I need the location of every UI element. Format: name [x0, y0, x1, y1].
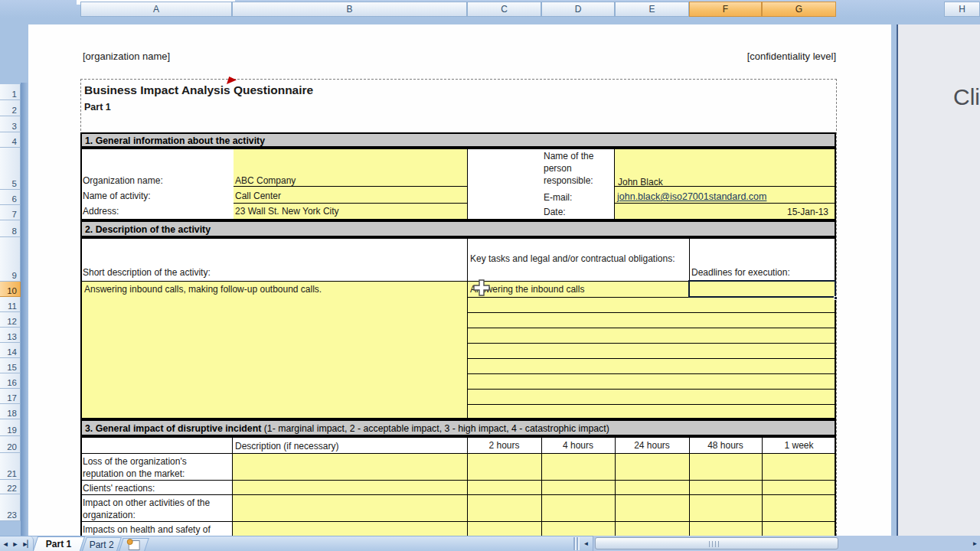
row-header-15[interactable]: 15	[0, 358, 21, 373]
form-subtitle[interactable]: Part 1	[84, 102, 111, 112]
tab-scroll-first-icon[interactable]: ◄	[2, 540, 9, 548]
row-header-4[interactable]: 4	[0, 132, 21, 148]
divider	[82, 494, 835, 495]
column-header-g[interactable]: G	[762, 2, 836, 17]
divider	[82, 480, 835, 481]
row-header-10[interactable]: 10	[0, 282, 21, 297]
sheet-tab-part2-label: Part 2	[90, 540, 114, 550]
hscroll-right-arrow-icon[interactable]: ►	[969, 537, 980, 550]
key-tasks-input-rows[interactable]	[468, 282, 835, 418]
row-header-22[interactable]: 22	[0, 480, 21, 494]
row-header-9[interactable]: 9	[0, 237, 21, 282]
insert-worksheet-tab[interactable]	[119, 538, 149, 551]
activity-name-value[interactable]: Call Center	[235, 190, 281, 202]
col-2hours-header[interactable]: 2 hours	[467, 440, 541, 451]
col-description-header[interactable]: Description (if necessary)	[235, 440, 338, 452]
hscroll-left-arrow-icon[interactable]: ◄	[580, 537, 592, 550]
org-name-label[interactable]: Organization name:	[83, 174, 163, 187]
next-page-area: Click	[898, 24, 980, 536]
row-header-3[interactable]: 3	[0, 116, 21, 132]
deadlines-label[interactable]: Deadlines for execution:	[691, 266, 790, 279]
divider	[468, 343, 835, 344]
row-header-1[interactable]: 1	[0, 84, 21, 100]
section3-heading[interactable]: 3. General impact of disruptive incident…	[80, 419, 836, 436]
row-header-12[interactable]: 12	[0, 312, 21, 328]
short-description-value[interactable]: Answering inbound calls, making follow-u…	[84, 283, 322, 295]
column-header-c[interactable]: C	[467, 2, 541, 17]
row-header-6[interactable]: 6	[0, 190, 21, 205]
hscroll-thumb[interactable]	[595, 537, 838, 549]
impact-row-label-clients[interactable]: Clients' reactions:	[83, 482, 230, 494]
col-48hours-header[interactable]: 48 hours	[689, 440, 762, 451]
row-header-20[interactable]: 20	[0, 436, 21, 453]
active-cell-selection[interactable]	[688, 280, 836, 298]
short-description-input-area[interactable]	[82, 282, 467, 418]
cell-cursor-icon	[472, 278, 492, 301]
sheet-tab-part2[interactable]: Part 2	[82, 537, 122, 551]
divider	[468, 312, 835, 313]
divider	[468, 389, 835, 390]
divider	[468, 358, 835, 359]
divider	[467, 149, 468, 219]
form-title[interactable]: Business Impact Analysis Questionnaire	[84, 83, 313, 97]
section3-heading-rest: (1- marginal impact, 2 - acceptable impa…	[261, 423, 609, 434]
row-header-strip-shadow	[21, 83, 28, 536]
divider	[615, 203, 835, 204]
row-header-11[interactable]: 11	[0, 297, 21, 312]
row-header-19[interactable]: 19	[0, 419, 21, 436]
activity-name-label[interactable]: Name of activity:	[83, 190, 151, 202]
column-header-b[interactable]: B	[232, 2, 467, 17]
row-header-8[interactable]: 8	[0, 220, 21, 237]
insert-worksheet-icon	[128, 540, 139, 550]
row-header-13[interactable]: 13	[0, 328, 21, 343]
date-label[interactable]: Date:	[544, 206, 566, 218]
short-description-label[interactable]: Short description of the activity:	[83, 266, 211, 279]
row-header-2[interactable]: 2	[0, 100, 21, 116]
col-1week-header[interactable]: 1 week	[762, 440, 836, 451]
column-header-h[interactable]: H	[944, 2, 980, 17]
impact-row-label-reputation[interactable]: Loss of the organization's reputation on…	[83, 455, 230, 480]
tab-split-handle[interactable]	[573, 537, 580, 550]
row-header-23[interactable]: 23	[0, 494, 21, 521]
address-value[interactable]: 23 Wall St. New York City	[235, 205, 339, 217]
col-24hours-header[interactable]: 24 hours	[615, 440, 689, 451]
row-header-17[interactable]: 17	[0, 389, 21, 404]
row-header-7[interactable]: 7	[0, 205, 21, 220]
page-header-left[interactable]: [organization name]	[83, 51, 170, 63]
column-header-f[interactable]: F	[689, 2, 762, 17]
tab-scroll-last-icon[interactable]: ►▏	[22, 540, 31, 548]
person-responsible-value[interactable]: John Black	[618, 176, 663, 188]
next-page-hint: Click	[953, 84, 980, 110]
divider	[467, 239, 468, 418]
address-label[interactable]: Address:	[83, 205, 119, 217]
key-tasks-label[interactable]: Key tasks and legal and/or contractual o…	[470, 253, 678, 266]
selection-fill-handle[interactable]	[834, 296, 838, 300]
row-header-14[interactable]: 14	[0, 343, 21, 358]
hscroll-thumb-grip	[709, 541, 721, 547]
sheet-tab-part1-label: Part 1	[46, 539, 71, 549]
section2-heading[interactable]: 2. Description of the activity	[80, 220, 836, 237]
section3-heading-bold: 3. General impact of disruptive incident	[85, 423, 261, 434]
row-header-21[interactable]: 21	[0, 453, 21, 480]
divider	[468, 404, 835, 405]
row-header-18[interactable]: 18	[0, 404, 21, 419]
org-name-value[interactable]: ABC Company	[235, 174, 296, 187]
sheet-tab-part1[interactable]: Part 1	[33, 536, 85, 551]
impact-row-label-other-activities[interactable]: Impact on other activities of the organi…	[83, 497, 230, 521]
email-label[interactable]: E-mail:	[544, 191, 572, 204]
person-responsible-label[interactable]: Name of the person responsible:	[544, 150, 616, 187]
divider	[689, 239, 690, 281]
date-value[interactable]: 15-Jan-13	[615, 206, 831, 218]
page-header-right[interactable]: [confidentiality level]	[536, 51, 836, 63]
email-link[interactable]: john.black@iso27001standard.com	[617, 191, 766, 203]
divider	[82, 521, 835, 522]
row-header-5[interactable]: 5	[0, 148, 21, 190]
row-header-16[interactable]: 16	[0, 373, 21, 389]
column-header-e[interactable]: E	[615, 2, 689, 17]
section1-heading[interactable]: 1. General information about the activit…	[80, 132, 836, 148]
column-header-a[interactable]: A	[80, 2, 232, 17]
col-4hours-header[interactable]: 4 hours	[541, 440, 615, 451]
impact-row-label-health-safety[interactable]: Impacts on health and safety of	[83, 523, 230, 535]
tab-scroll-next-icon[interactable]: ►	[12, 540, 19, 548]
column-header-d[interactable]: D	[541, 2, 615, 17]
